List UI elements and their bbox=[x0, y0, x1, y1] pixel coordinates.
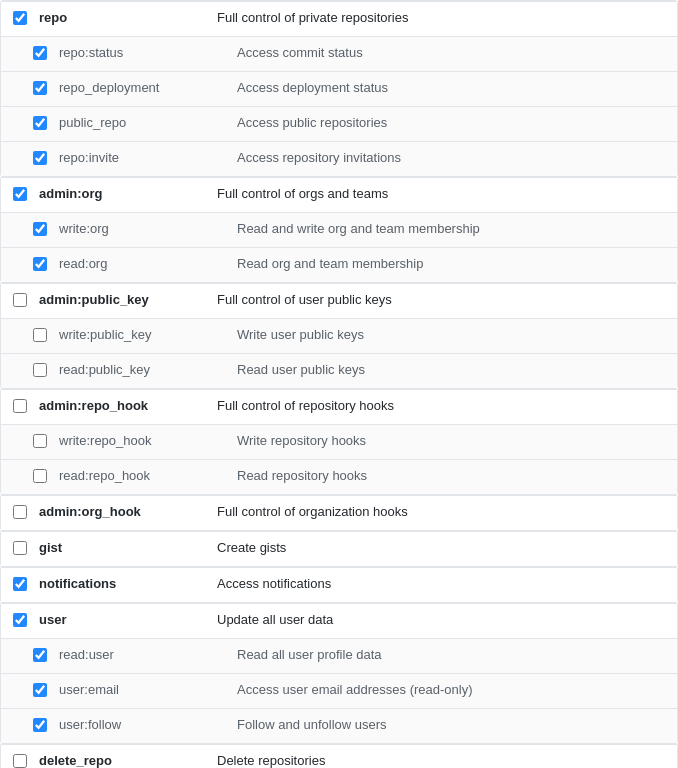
scope-label-notifications: notifications bbox=[39, 576, 209, 591]
scope-group-repo: repoFull control of private repositories… bbox=[0, 0, 678, 177]
scope-desc-user:follow: Follow and unfollow users bbox=[237, 717, 665, 732]
scope-row-read:repo_hook: read:repo_hookRead repository hooks bbox=[1, 459, 677, 494]
scope-label-repo:status: repo:status bbox=[59, 45, 229, 60]
scope-row-admin:public_key: admin:public_keyFull control of user pub… bbox=[1, 283, 677, 318]
scope-label-repo_deployment: repo_deployment bbox=[59, 80, 229, 95]
scope-row-write:org: write:orgRead and write org and team mem… bbox=[1, 212, 677, 247]
scope-label-admin:repo_hook: admin:repo_hook bbox=[39, 398, 209, 413]
scope-desc-admin:org_hook: Full control of organization hooks bbox=[217, 504, 665, 519]
scope-label-user: user bbox=[39, 612, 209, 627]
scope-label-user:email: user:email bbox=[59, 682, 229, 697]
scope-label-admin:public_key: admin:public_key bbox=[39, 292, 209, 307]
scope-row-user: userUpdate all user data bbox=[1, 603, 677, 638]
scope-desc-public_repo: Access public repositories bbox=[237, 115, 665, 130]
checkbox-read:public_key[interactable] bbox=[33, 363, 47, 377]
scope-row-read:public_key: read:public_keyRead user public keys bbox=[1, 353, 677, 388]
scope-label-repo:invite: repo:invite bbox=[59, 150, 229, 165]
checkbox-repo:status[interactable] bbox=[33, 46, 47, 60]
scope-label-public_repo: public_repo bbox=[59, 115, 229, 130]
scope-row-repo_deployment: repo_deploymentAccess deployment status bbox=[1, 71, 677, 106]
scope-label-write:repo_hook: write:repo_hook bbox=[59, 433, 229, 448]
scope-group-notifications: notificationsAccess notifications bbox=[0, 566, 678, 603]
scope-desc-repo_deployment: Access deployment status bbox=[237, 80, 665, 95]
scope-desc-repo:status: Access commit status bbox=[237, 45, 665, 60]
checkbox-repo[interactable] bbox=[13, 11, 27, 25]
scope-desc-read:org: Read org and team membership bbox=[237, 256, 665, 271]
scope-row-repo:invite: repo:inviteAccess repository invitations bbox=[1, 141, 677, 176]
checkbox-repo_deployment[interactable] bbox=[33, 81, 47, 95]
scope-desc-user: Update all user data bbox=[217, 612, 665, 627]
checkbox-admin:repo_hook[interactable] bbox=[13, 399, 27, 413]
checkbox-delete_repo[interactable] bbox=[13, 754, 27, 768]
checkbox-user:email[interactable] bbox=[33, 683, 47, 697]
scope-desc-read:repo_hook: Read repository hooks bbox=[237, 468, 665, 483]
scope-desc-repo: Full control of private repositories bbox=[217, 10, 665, 25]
scope-row-admin:org_hook: admin:org_hookFull control of organizati… bbox=[1, 495, 677, 530]
checkbox-write:public_key[interactable] bbox=[33, 328, 47, 342]
scope-row-public_repo: public_repoAccess public repositories bbox=[1, 106, 677, 141]
scope-group-admin:public_key: admin:public_keyFull control of user pub… bbox=[0, 282, 678, 389]
scope-desc-admin:public_key: Full control of user public keys bbox=[217, 292, 665, 307]
scope-row-repo:status: repo:statusAccess commit status bbox=[1, 36, 677, 71]
scope-row-admin:repo_hook: admin:repo_hookFull control of repositor… bbox=[1, 389, 677, 424]
scope-row-notifications: notificationsAccess notifications bbox=[1, 567, 677, 602]
checkbox-write:org[interactable] bbox=[33, 222, 47, 236]
scope-desc-delete_repo: Delete repositories bbox=[217, 753, 665, 768]
scope-desc-write:org: Read and write org and team membership bbox=[237, 221, 665, 236]
scope-label-read:user: read:user bbox=[59, 647, 229, 662]
checkbox-user[interactable] bbox=[13, 613, 27, 627]
scope-label-read:public_key: read:public_key bbox=[59, 362, 229, 377]
scope-group-user: userUpdate all user dataread:userRead al… bbox=[0, 602, 678, 744]
scope-row-user:follow: user:followFollow and unfollow users bbox=[1, 708, 677, 743]
checkbox-public_repo[interactable] bbox=[33, 116, 47, 130]
scope-label-read:repo_hook: read:repo_hook bbox=[59, 468, 229, 483]
checkbox-repo:invite[interactable] bbox=[33, 151, 47, 165]
checkbox-gist[interactable] bbox=[13, 541, 27, 555]
scope-row-write:repo_hook: write:repo_hookWrite repository hooks bbox=[1, 424, 677, 459]
scope-label-user:follow: user:follow bbox=[59, 717, 229, 732]
scope-desc-repo:invite: Access repository invitations bbox=[237, 150, 665, 165]
scope-label-admin:org_hook: admin:org_hook bbox=[39, 504, 209, 519]
scope-label-delete_repo: delete_repo bbox=[39, 753, 209, 768]
scope-desc-gist: Create gists bbox=[217, 540, 665, 555]
checkbox-admin:public_key[interactable] bbox=[13, 293, 27, 307]
checkbox-admin:org[interactable] bbox=[13, 187, 27, 201]
scope-group-admin:org_hook: admin:org_hookFull control of organizati… bbox=[0, 494, 678, 531]
checkbox-notifications[interactable] bbox=[13, 577, 27, 591]
scope-row-read:org: read:orgRead org and team membership bbox=[1, 247, 677, 282]
scope-label-gist: gist bbox=[39, 540, 209, 555]
scope-row-delete_repo: delete_repoDelete repositories bbox=[1, 744, 677, 768]
scope-desc-write:public_key: Write user public keys bbox=[237, 327, 665, 342]
scope-desc-user:email: Access user email addresses (read-only) bbox=[237, 682, 665, 697]
checkbox-read:repo_hook[interactable] bbox=[33, 469, 47, 483]
scope-row-write:public_key: write:public_keyWrite user public keys bbox=[1, 318, 677, 353]
scope-row-admin:org: admin:orgFull control of orgs and teams bbox=[1, 177, 677, 212]
scope-group-gist: gistCreate gists bbox=[0, 530, 678, 567]
scope-group-admin:org: admin:orgFull control of orgs and teamsw… bbox=[0, 176, 678, 283]
scope-desc-write:repo_hook: Write repository hooks bbox=[237, 433, 665, 448]
scopes-container: repoFull control of private repositories… bbox=[0, 0, 678, 768]
scope-label-repo: repo bbox=[39, 10, 209, 25]
scope-label-write:public_key: write:public_key bbox=[59, 327, 229, 342]
scope-row-user:email: user:emailAccess user email addresses (r… bbox=[1, 673, 677, 708]
checkbox-write:repo_hook[interactable] bbox=[33, 434, 47, 448]
scope-desc-read:user: Read all user profile data bbox=[237, 647, 665, 662]
checkbox-admin:org_hook[interactable] bbox=[13, 505, 27, 519]
scope-label-admin:org: admin:org bbox=[39, 186, 209, 201]
scope-group-admin:repo_hook: admin:repo_hookFull control of repositor… bbox=[0, 388, 678, 495]
checkbox-read:user[interactable] bbox=[33, 648, 47, 662]
scope-row-repo: repoFull control of private repositories bbox=[1, 1, 677, 36]
checkbox-user:follow[interactable] bbox=[33, 718, 47, 732]
scope-label-write:org: write:org bbox=[59, 221, 229, 236]
scope-group-delete_repo: delete_repoDelete repositories bbox=[0, 743, 678, 768]
scope-label-read:org: read:org bbox=[59, 256, 229, 271]
scope-desc-read:public_key: Read user public keys bbox=[237, 362, 665, 377]
scope-desc-notifications: Access notifications bbox=[217, 576, 665, 591]
checkbox-read:org[interactable] bbox=[33, 257, 47, 271]
scope-desc-admin:org: Full control of orgs and teams bbox=[217, 186, 665, 201]
scope-desc-admin:repo_hook: Full control of repository hooks bbox=[217, 398, 665, 413]
scope-row-gist: gistCreate gists bbox=[1, 531, 677, 566]
scope-row-read:user: read:userRead all user profile data bbox=[1, 638, 677, 673]
